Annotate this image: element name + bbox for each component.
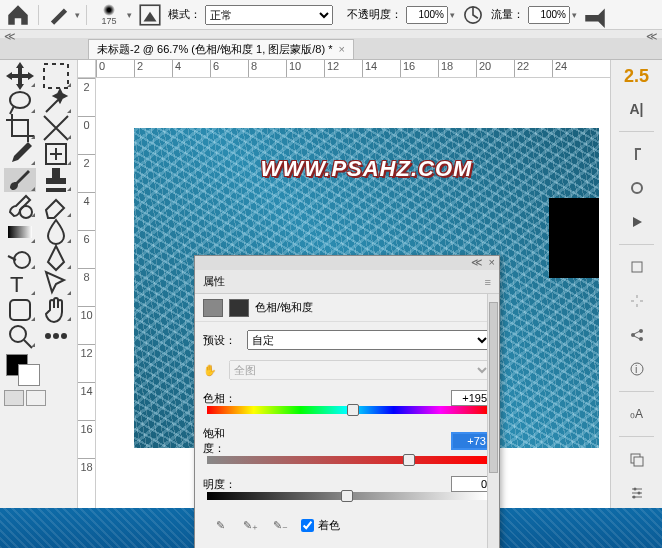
tool-preset-icon[interactable] [45,3,73,27]
brush-tool[interactable] [4,168,36,192]
brush-panel-button[interactable] [136,3,164,27]
blend-mode-select[interactable]: 正常 [205,5,333,25]
background-swatch[interactable] [18,364,40,386]
pressure-opacity-button[interactable] [459,3,487,27]
move-tool[interactable] [4,64,36,88]
tab-title: 未标题-2 @ 66.7% (色相/饱和度 1, 图层蒙版/8) * [97,42,333,57]
info-panel-icon[interactable]: i [623,357,651,381]
airbrush-button[interactable] [581,3,609,27]
ruler-vertical[interactable]: 2024681012141618 [78,78,96,548]
history-panel-icon[interactable] [623,255,651,279]
document-tab[interactable]: 未标题-2 @ 66.7% (色相/饱和度 1, 图层蒙版/8) * × [88,39,354,59]
saturation-slider[interactable] [207,456,487,466]
scrollbar-thumb[interactable] [489,302,498,473]
pen-tool[interactable] [40,246,72,270]
dodge-tool[interactable] [4,246,36,270]
svg-point-29 [632,496,635,499]
eyedropper-tool[interactable] [4,142,36,166]
glyph-panel-icon[interactable]: ₀A [623,402,651,426]
svg-rect-4 [46,144,66,164]
colorize-checkbox[interactable]: 着色 [301,518,340,533]
chevron-down-icon[interactable]: ▾ [127,10,132,20]
eyedropper-plus-icon[interactable]: ✎₊ [241,516,259,534]
adjustment-name: 色相/饱和度 [255,300,313,315]
slice-tool[interactable] [40,116,72,140]
preset-label: 预设： [203,333,241,348]
home-button[interactable] [4,3,32,27]
close-icon[interactable]: × [339,43,345,55]
color-swatches[interactable] [4,354,73,386]
share-icon[interactable] [623,323,651,347]
brush-dot-icon [103,4,115,16]
svg-rect-26 [634,457,643,466]
svg-rect-6 [8,226,32,238]
channel-select[interactable]: 全图 [229,360,491,380]
standard-mode-icon[interactable] [4,390,24,406]
zoom-tool[interactable] [4,324,36,348]
type-tool[interactable]: T [4,272,36,296]
lightness-input[interactable] [451,476,491,492]
properties-panel: ≪ × 属性 ≡ 色相/饱和度 预设： 自定 ✋ 全图 [194,255,500,548]
collapse-right-icon[interactable]: ≪ [646,30,658,38]
svg-point-7 [14,252,30,268]
quick-mask-icon[interactable] [26,390,46,406]
slider-handle[interactable] [403,454,415,466]
lasso-tool[interactable] [4,90,36,114]
preset-select[interactable]: 自定 [247,330,491,350]
close-icon[interactable]: × [489,256,495,270]
adjustments-panel-icon[interactable] [623,481,651,505]
svg-text:i: i [635,363,637,375]
document-tab-bar: 未标题-2 @ 66.7% (色相/饱和度 1, 图层蒙版/8) * × [0,38,662,60]
layers-panel-icon[interactable] [623,447,651,471]
panel-header[interactable]: ≪ × [195,256,499,270]
paragraph-panel-icon[interactable] [623,142,651,166]
shape-tool[interactable] [4,298,36,322]
crop-tool[interactable] [4,116,36,140]
loading-icon[interactable] [623,289,651,313]
stamp-tool[interactable] [40,168,72,192]
menu-icon[interactable]: ≡ [485,276,491,288]
eyedropper-icon[interactable]: ✎ [211,516,229,534]
eyedropper-row: ✎ ✎₊ ✎₋ 着色 [203,512,491,538]
character-panel-icon[interactable]: A| [623,97,651,121]
marquee-tool[interactable] [40,64,72,88]
lightness-slider[interactable] [207,492,487,502]
hue-slider[interactable] [207,406,487,416]
colorize-label: 着色 [318,518,340,533]
collapse-icon[interactable]: ≪ [471,256,483,270]
saturation-input[interactable] [451,432,491,450]
chevron-down-icon[interactable]: ▾ [450,10,455,20]
hue-input[interactable] [451,390,491,406]
heal-tool[interactable] [40,142,72,166]
svg-point-22 [639,337,643,341]
slider-handle[interactable] [341,490,353,502]
hand-icon[interactable]: ✋ [203,364,223,377]
blur-tool[interactable] [40,220,72,244]
path-select-tool[interactable] [40,272,72,296]
ruler-horizontal[interactable]: 024681012141618202224 [96,60,610,78]
eraser-tool[interactable] [40,194,72,218]
chevron-down-icon[interactable]: ▾ [572,10,577,20]
eyedropper-minus-icon[interactable]: ✎₋ [271,516,289,534]
colorize-input[interactable] [301,519,314,532]
history-brush-tool[interactable] [4,194,36,218]
more-tools[interactable] [40,324,72,348]
properties-tab[interactable]: 属性 ≡ [195,270,499,294]
hand-tool[interactable] [40,298,72,322]
quick-mask-toggle[interactable] [4,390,73,406]
slider-handle[interactable] [347,404,359,416]
stroke-width-value[interactable]: 2.5 [624,66,649,87]
flow-input[interactable] [528,6,570,24]
panel-scrollbar[interactable] [487,294,499,548]
mask-icon[interactable] [229,299,249,317]
chevron-down-icon[interactable]: ▾ [75,10,80,20]
play-icon[interactable] [623,210,651,234]
sync-icon[interactable] [623,176,651,200]
opacity-input[interactable] [406,6,448,24]
wand-tool[interactable] [40,90,72,114]
ruler-origin[interactable] [78,60,96,78]
brush-preview[interactable]: 175 [93,4,125,26]
collapse-left-icon[interactable]: ≪ [4,30,16,38]
gradient-tool[interactable] [4,220,36,244]
svg-rect-2 [44,64,68,88]
